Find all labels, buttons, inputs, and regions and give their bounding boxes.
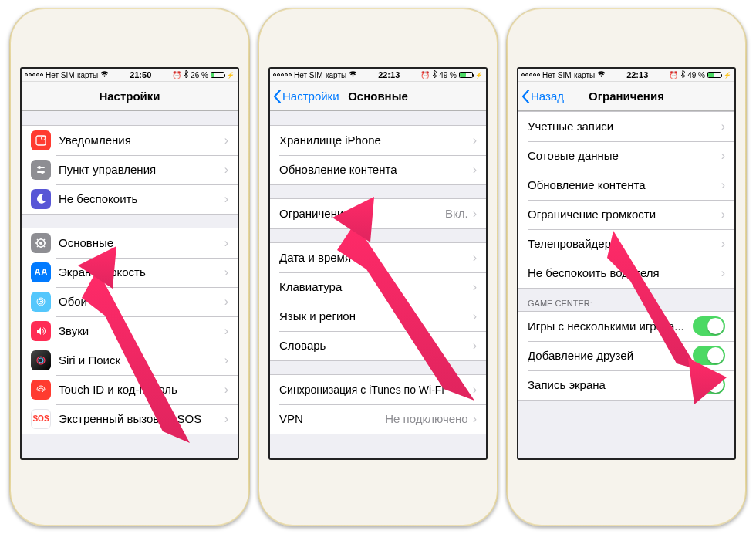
moon-icon bbox=[31, 189, 51, 209]
row-dnd[interactable]: Не беспокоить › bbox=[22, 184, 238, 214]
svg-point-1 bbox=[42, 136, 46, 140]
chevron-right-icon: › bbox=[473, 339, 477, 353]
back-label: Настройки bbox=[282, 90, 339, 103]
row-label: Уведомления bbox=[59, 134, 224, 147]
status-bar: Нет SIM-карты 22:13 ⏰ 49 % ⚡ bbox=[518, 69, 734, 82]
chevron-right-icon: › bbox=[473, 383, 477, 397]
row-vpn[interactable]: VPNНе подключено› bbox=[270, 404, 486, 434]
chevron-right-icon: › bbox=[224, 353, 228, 367]
chevron-right-icon: › bbox=[473, 309, 477, 323]
chevron-right-icon: › bbox=[224, 192, 228, 206]
charging-icon: ⚡ bbox=[227, 72, 235, 79]
settings-group-1: Уведомления › Пункт управления › Не бесп… bbox=[22, 125, 238, 214]
sos-icon: SOS bbox=[31, 409, 51, 429]
toggle-multiplayer[interactable] bbox=[693, 316, 725, 336]
row-accounts[interactable]: Учетные записи› bbox=[518, 112, 734, 141]
general-list[interactable]: Хранилище iPhone› Обновление контента› О… bbox=[270, 111, 486, 458]
row-general[interactable]: Основные › bbox=[22, 228, 238, 258]
row-control-center[interactable]: Пункт управления › bbox=[22, 155, 238, 184]
row-storage[interactable]: Хранилище iPhone› bbox=[270, 126, 486, 155]
toggle-add-friends[interactable] bbox=[693, 346, 725, 365]
group-storage: Хранилище iPhone› Обновление контента› bbox=[270, 125, 486, 184]
page-title: Ограничения bbox=[589, 90, 664, 103]
row-bgrefresh[interactable]: Обновление контента› bbox=[518, 171, 734, 200]
back-button[interactable]: Настройки bbox=[273, 82, 339, 110]
carrier-label: Нет SIM-карты bbox=[542, 71, 595, 79]
row-volume-limit[interactable]: Ограничение громкости› bbox=[518, 200, 734, 229]
settings-list[interactable]: Уведомления › Пункт управления › Не бесп… bbox=[22, 111, 238, 458]
toggle-screen-recording[interactable] bbox=[693, 375, 725, 394]
restrictions-list[interactable]: Учетные записи› Сотовые данные› Обновлен… bbox=[518, 111, 734, 458]
row-language[interactable]: Язык и регион› bbox=[270, 302, 486, 331]
chevron-right-icon: › bbox=[721, 178, 725, 192]
alarm-icon: ⏰ bbox=[669, 71, 678, 79]
row-wallpaper[interactable]: Обои › bbox=[22, 287, 238, 316]
row-sos[interactable]: SOS Экстренный вызов — SOS › bbox=[22, 404, 238, 434]
row-notifications[interactable]: Уведомления › bbox=[22, 126, 238, 155]
section-header-gamecenter: GAME CENTER: bbox=[518, 288, 734, 311]
chevron-right-icon: › bbox=[473, 251, 477, 265]
battery-icon bbox=[707, 72, 721, 78]
row-value: Вкл. bbox=[445, 207, 468, 220]
chevron-right-icon: › bbox=[473, 412, 477, 426]
chevron-right-icon: › bbox=[224, 134, 228, 147]
row-siri[interactable]: Siri и Поиск › bbox=[22, 346, 238, 375]
row-add-friends[interactable]: Добавление друзей bbox=[518, 341, 734, 370]
svg-line-12 bbox=[37, 239, 39, 241]
battery-icon bbox=[211, 72, 224, 78]
row-label: Пункт управления bbox=[59, 163, 224, 176]
row-dnd-driving[interactable]: Не беспокоить водителя› bbox=[518, 259, 734, 288]
group-sync: Синхронизация с iTunes по Wi-Fi› VPNНе п… bbox=[270, 374, 486, 434]
page-title: Основные bbox=[348, 90, 408, 103]
signal-icon bbox=[25, 73, 43, 76]
wifi-icon bbox=[597, 71, 606, 79]
row-tv-provider[interactable]: Телепровайдер› bbox=[518, 229, 734, 259]
row-display[interactable]: AA Экран и яркость › bbox=[22, 258, 238, 287]
charging-icon: ⚡ bbox=[724, 72, 731, 79]
group-datetime: Дата и время› Клавиатура› Язык и регион›… bbox=[270, 242, 486, 360]
notifications-icon bbox=[31, 130, 51, 150]
clock: 22:13 bbox=[378, 70, 400, 79]
svg-point-5 bbox=[41, 171, 44, 174]
row-dictionary[interactable]: Словарь› bbox=[270, 331, 486, 360]
row-cellular[interactable]: Сотовые данные› bbox=[518, 141, 734, 171]
clock: 22:13 bbox=[626, 70, 648, 79]
chevron-right-icon: › bbox=[721, 149, 725, 163]
charging-icon: ⚡ bbox=[475, 72, 483, 79]
chevron-right-icon: › bbox=[224, 324, 228, 338]
chevron-right-icon: › bbox=[224, 383, 228, 397]
signal-icon bbox=[273, 73, 292, 76]
row-datetime[interactable]: Дата и время› bbox=[270, 243, 486, 272]
battery-pct: 26 % bbox=[191, 71, 208, 79]
gear-icon bbox=[31, 233, 51, 253]
group-gamecenter: Игры с несколькими игрока... Добавление … bbox=[518, 311, 734, 400]
row-sounds[interactable]: Звуки › bbox=[22, 316, 238, 346]
phone-frame-3: Нет SIM-карты 22:13 ⏰ 49 % ⚡ Назад Огран… bbox=[506, 8, 747, 526]
chevron-right-icon: › bbox=[721, 266, 725, 280]
alarm-icon: ⏰ bbox=[420, 71, 430, 79]
page-title: Настройки bbox=[99, 90, 160, 103]
screen-restrictions: Нет SIM-карты 22:13 ⏰ 49 % ⚡ Назад Огран… bbox=[517, 67, 736, 460]
row-keyboard[interactable]: Клавиатура› bbox=[270, 272, 486, 302]
row-restrictions[interactable]: Ограничения Вкл. › bbox=[270, 199, 486, 228]
row-itunes-wifi[interactable]: Синхронизация с iTunes по Wi-Fi› bbox=[270, 375, 486, 404]
row-bgrefresh[interactable]: Обновление контента› bbox=[270, 155, 486, 184]
row-label: Основные bbox=[59, 236, 224, 249]
chevron-right-icon: › bbox=[721, 208, 725, 221]
wifi-icon bbox=[349, 71, 357, 79]
row-label: Экран и яркость bbox=[59, 265, 224, 279]
svg-point-20 bbox=[39, 358, 43, 363]
status-bar: Нет SIM-карты 22:13 ⏰ 49 % ⚡ bbox=[270, 69, 486, 82]
row-touchid[interactable]: Touch ID и код-пароль › bbox=[22, 375, 238, 404]
phone-frame-2: Нет SIM-карты 22:13 ⏰ 49 % ⚡ Настройки О… bbox=[258, 8, 498, 526]
back-button[interactable]: Назад bbox=[521, 82, 564, 110]
row-label: Экстренный вызов — SOS bbox=[59, 412, 224, 425]
wifi-icon bbox=[100, 71, 109, 79]
carrier-label: Нет SIM-карты bbox=[294, 71, 346, 79]
row-multiplayer[interactable]: Игры с несколькими игрока... bbox=[518, 312, 734, 341]
chevron-right-icon: › bbox=[224, 236, 228, 250]
row-label: Звуки bbox=[59, 324, 224, 337]
settings-group-2: Основные › AA Экран и яркость › Обои › bbox=[22, 228, 238, 434]
row-screen-recording[interactable]: Запись экрана bbox=[518, 370, 734, 400]
svg-line-14 bbox=[37, 245, 39, 247]
